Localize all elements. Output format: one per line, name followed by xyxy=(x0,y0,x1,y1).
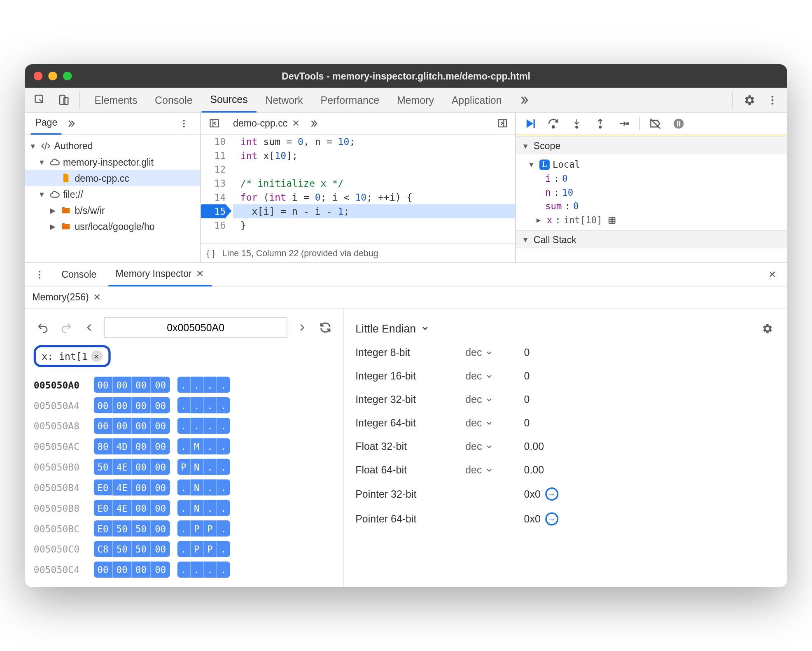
ascii-byte[interactable]: . xyxy=(204,377,217,393)
hex-byte[interactable]: 00 xyxy=(113,561,132,577)
tab-console[interactable]: Console xyxy=(146,87,201,112)
inspect-icon[interactable] xyxy=(29,89,50,110)
code-editor[interactable]: 10 11 12 13 14 15 16 int sum = 0, n = 10… xyxy=(201,134,516,243)
hex-byte[interactable]: 80 xyxy=(94,438,113,454)
ascii-byte[interactable]: . xyxy=(204,500,217,516)
hex-byte[interactable]: 50 xyxy=(113,520,132,536)
ascii-byte[interactable]: . xyxy=(177,397,191,413)
hex-byte[interactable]: 00 xyxy=(132,397,151,413)
hex-byte[interactable]: E0 xyxy=(94,479,113,495)
hex-byte[interactable]: 00 xyxy=(151,561,170,577)
device-toggle-icon[interactable] xyxy=(53,89,73,110)
scope-row[interactable]: n: 10 xyxy=(529,185,781,199)
kebab-menu-icon[interactable] xyxy=(762,89,783,110)
hex-row[interactable]: 005050AC804D0000.M.. xyxy=(34,436,334,457)
ascii-byte[interactable]: P xyxy=(204,541,217,557)
editor-tab[interactable]: demo-cpp.cc ✕ xyxy=(227,112,306,134)
more-tabs-icon[interactable] xyxy=(513,89,534,110)
hex-byte[interactable]: 00 xyxy=(113,417,132,433)
hex-byte[interactable]: 00 xyxy=(151,479,170,495)
ascii-byte[interactable]: P xyxy=(204,520,217,536)
value-mode-select[interactable]: dec xyxy=(465,347,524,358)
tree-row-authored[interactable]: ▼ Authored xyxy=(25,137,200,153)
hex-byte[interactable]: 00 xyxy=(132,459,151,475)
value-mode-select[interactable]: dec xyxy=(465,370,524,382)
close-icon[interactable]: ✕ xyxy=(762,264,783,284)
hex-byte[interactable]: 4E xyxy=(113,459,132,475)
close-icon[interactable]: ✕ xyxy=(196,268,204,279)
jump-to-address-icon[interactable]: → xyxy=(545,487,558,500)
ascii-byte[interactable]: . xyxy=(217,377,230,393)
hex-byte[interactable]: 00 xyxy=(151,397,170,413)
hex-byte[interactable]: 00 xyxy=(132,377,151,393)
hex-byte[interactable]: 00 xyxy=(113,377,132,393)
hex-row[interactable]: 005050BCE0505000.PP. xyxy=(34,518,334,539)
deactivate-breakpoints-icon[interactable] xyxy=(647,115,663,131)
hex-byte[interactable]: 00 xyxy=(94,397,113,413)
ascii-byte[interactable]: . xyxy=(217,397,230,413)
more-tabs-icon[interactable] xyxy=(66,118,77,128)
hex-byte[interactable]: 00 xyxy=(132,417,151,433)
ascii-byte[interactable]: N xyxy=(191,459,204,475)
pause-on-exceptions-icon[interactable] xyxy=(671,115,687,131)
hex-byte[interactable]: 00 xyxy=(94,417,113,433)
ascii-byte[interactable]: . xyxy=(191,417,204,433)
pretty-print-icon[interactable]: { } xyxy=(207,248,215,258)
hex-byte[interactable]: 4D xyxy=(113,438,132,454)
hex-row[interactable]: 005050B8E04E0000.N.. xyxy=(34,497,334,518)
hex-byte[interactable]: E0 xyxy=(94,500,113,516)
tab-memory[interactable]: Memory xyxy=(388,87,443,112)
hex-row[interactable]: 005050B0504E0000PN.. xyxy=(34,457,334,477)
ascii-byte[interactable]: . xyxy=(217,438,230,454)
hex-row[interactable]: 005050C0C8505000.PP. xyxy=(34,539,334,559)
undo-icon[interactable] xyxy=(34,318,51,336)
hex-byte[interactable]: 00 xyxy=(132,479,151,495)
ascii-byte[interactable]: . xyxy=(204,438,217,454)
hex-byte[interactable]: 50 xyxy=(132,541,151,557)
step-icon[interactable] xyxy=(616,115,632,131)
ascii-byte[interactable]: . xyxy=(204,459,217,475)
ascii-byte[interactable]: . xyxy=(177,561,191,577)
tree-row-folder[interactable]: ▶ b/s/w/ir xyxy=(25,202,200,218)
window-minimize-icon[interactable] xyxy=(48,71,57,80)
hex-byte[interactable]: 00 xyxy=(151,438,170,454)
hex-row[interactable]: 005050A800000000.... xyxy=(34,415,334,436)
hex-byte[interactable]: C8 xyxy=(94,541,113,557)
kebab-menu-icon[interactable] xyxy=(29,264,50,284)
memory-icon[interactable] xyxy=(607,215,617,225)
hex-byte[interactable]: E0 xyxy=(94,520,113,536)
resume-icon[interactable] xyxy=(522,115,538,131)
refresh-icon[interactable] xyxy=(317,318,334,336)
scope-row[interactable]: i: 0 xyxy=(529,171,781,185)
hex-row[interactable]: 005050A000000000.... xyxy=(34,374,334,395)
address-input[interactable] xyxy=(104,317,287,338)
hex-byte[interactable]: 00 xyxy=(151,500,170,516)
tree-row-file-scheme[interactable]: ▼ file:// xyxy=(25,186,200,202)
tab-network[interactable]: Network xyxy=(257,87,312,112)
navigator-tab-page[interactable]: Page xyxy=(31,112,62,134)
ascii-byte[interactable]: . xyxy=(217,500,230,516)
ascii-byte[interactable]: . xyxy=(177,377,191,393)
step-out-icon[interactable] xyxy=(592,115,608,131)
close-icon[interactable]: ✕ xyxy=(91,350,102,362)
toggle-debugger-icon[interactable] xyxy=(492,113,512,133)
memory-buffer-tab[interactable]: Memory(256) xyxy=(32,291,89,302)
hex-byte[interactable]: 50 xyxy=(113,541,132,557)
tree-row-site[interactable]: ▼ memory-inspector.glit xyxy=(25,154,200,170)
window-zoom-icon[interactable] xyxy=(63,71,72,80)
ascii-byte[interactable]: . xyxy=(204,417,217,433)
ascii-byte[interactable]: . xyxy=(217,561,230,577)
ascii-byte[interactable]: . xyxy=(177,438,191,454)
hex-byte[interactable]: 00 xyxy=(151,417,170,433)
hex-row[interactable]: 005050A400000000.... xyxy=(34,395,334,415)
ascii-byte[interactable]: M xyxy=(191,438,204,454)
ascii-byte[interactable]: . xyxy=(217,541,230,557)
ascii-byte[interactable]: . xyxy=(217,479,230,495)
ascii-byte[interactable]: . xyxy=(204,561,217,577)
hex-byte[interactable]: 00 xyxy=(132,561,151,577)
tab-performance[interactable]: Performance xyxy=(312,87,388,112)
step-over-icon[interactable] xyxy=(545,115,561,131)
hex-row[interactable]: 005050B4E04E0000.N.. xyxy=(34,477,334,498)
hex-byte[interactable]: 50 xyxy=(94,459,113,475)
ascii-byte[interactable]: . xyxy=(217,520,230,536)
